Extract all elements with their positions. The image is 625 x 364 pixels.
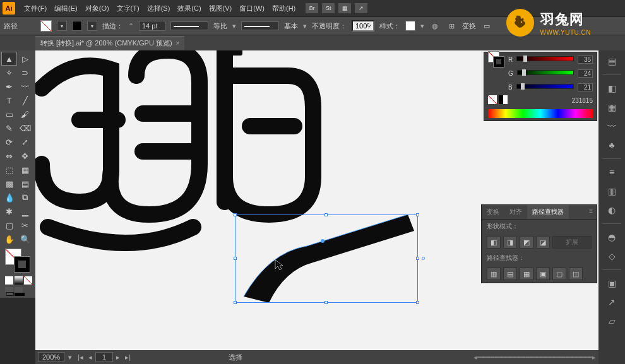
menu-edit[interactable]: 编辑(E) xyxy=(51,4,81,13)
swatches-icon[interactable]: ▦ xyxy=(604,100,619,114)
stroke-box[interactable] xyxy=(14,256,30,273)
document-tab[interactable]: 转换 [转换].ai* @ 200% (CMYK/GPU 预览) × xyxy=(35,36,184,50)
transparency-icon[interactable]: ◐ xyxy=(604,203,619,217)
outline-button[interactable]: ▢ xyxy=(552,267,566,280)
menu-window[interactable]: 窗口(W) xyxy=(235,4,268,13)
properties-icon[interactable]: ▤ xyxy=(604,54,619,68)
menu-file[interactable]: 文件(F) xyxy=(20,4,51,13)
hex-value[interactable]: 231815 xyxy=(572,97,593,104)
brushes-icon[interactable]: 〰 xyxy=(604,119,619,133)
layers-icon[interactable]: ▣ xyxy=(604,276,619,290)
isolate-icon[interactable]: ▭ xyxy=(481,20,492,32)
prev-artboard-icon[interactable]: ◂ xyxy=(86,353,94,361)
selection-bounding-box[interactable] xyxy=(235,214,418,303)
minus-front-button[interactable]: ◨ xyxy=(503,236,517,249)
minus-back-button[interactable]: ◫ xyxy=(569,267,583,280)
curvature-tool[interactable]: 〰 xyxy=(17,79,33,93)
g-value[interactable]: 24 xyxy=(578,69,593,78)
color-mode-icon[interactable] xyxy=(5,276,13,285)
graph-tool[interactable]: ▁ xyxy=(17,204,33,218)
rotate-tool[interactable]: ⟳ xyxy=(1,135,17,149)
selection-tool[interactable]: ▲ xyxy=(1,52,17,66)
recolor-icon[interactable]: ◍ xyxy=(429,20,441,32)
artboard-nav[interactable]: |◂ ◂ 1 ▸ ▸| xyxy=(76,352,133,362)
crop-button[interactable]: ▣ xyxy=(536,267,550,280)
unite-button[interactable]: ◧ xyxy=(487,236,501,249)
menu-type[interactable]: 文字(T) xyxy=(113,4,143,13)
perspective-tool[interactable]: ▦ xyxy=(17,163,33,177)
transform-label[interactable]: 变换 xyxy=(462,21,476,31)
none-swatch-icon[interactable] xyxy=(488,95,497,104)
pencil-tool[interactable]: ✎ xyxy=(1,121,17,135)
asset-export-icon[interactable]: ↗ xyxy=(604,295,619,309)
magic-wand-tool[interactable]: ✧ xyxy=(1,66,17,79)
slice-tool[interactable]: ✂ xyxy=(17,218,33,232)
stroke-weight-input[interactable] xyxy=(139,21,165,31)
fill-dropdown[interactable] xyxy=(57,21,67,31)
artboards-icon[interactable]: ▱ xyxy=(604,314,619,328)
fill-swatch[interactable] xyxy=(40,20,52,32)
opacity-input[interactable] xyxy=(352,20,374,32)
eyedropper-tool[interactable]: 💧 xyxy=(1,191,17,204)
exclude-button[interactable]: ◪ xyxy=(536,236,550,249)
screen-mode-full[interactable]: ▬ xyxy=(15,287,23,295)
arrange-icon[interactable]: ▦ xyxy=(338,3,351,13)
last-artboard-icon[interactable]: ▸| xyxy=(123,353,133,361)
zoom-level[interactable]: 200% xyxy=(38,352,64,362)
width-profile[interactable] xyxy=(170,21,208,30)
align-icon[interactable]: ⊞ xyxy=(446,20,457,32)
screen-mode-normal[interactable]: ▭ xyxy=(5,287,13,295)
r-slider[interactable] xyxy=(516,56,574,62)
free-transform-tool[interactable]: ✥ xyxy=(17,149,33,163)
brush-def[interactable] xyxy=(241,21,279,30)
close-tab-icon[interactable]: × xyxy=(176,40,180,47)
tab-transform[interactable]: 变换 xyxy=(482,205,504,219)
panel-menu-icon[interactable]: ≡ xyxy=(585,205,597,219)
tab-pathfinder[interactable]: 路径查找器 xyxy=(527,205,569,219)
paintbrush-tool[interactable]: 🖌 xyxy=(17,107,33,121)
trim-button[interactable]: ▤ xyxy=(503,267,517,280)
first-artboard-icon[interactable]: |◂ xyxy=(76,353,85,361)
color-panel-icon[interactable]: ◧ xyxy=(604,81,619,95)
none-mode-icon[interactable] xyxy=(24,276,32,285)
b-value[interactable]: 21 xyxy=(578,83,593,91)
gpu-icon[interactable]: ↗ xyxy=(355,3,367,13)
stroke-swatch[interactable] xyxy=(72,21,82,31)
b-slider[interactable] xyxy=(516,84,574,90)
direct-selection-tool[interactable]: ▷ xyxy=(17,52,33,66)
shape-builder-tool[interactable]: ⬚ xyxy=(1,163,17,177)
line-tool[interactable]: ╱ xyxy=(17,93,33,107)
eraser-tool[interactable]: ⌫ xyxy=(17,121,33,135)
bw-swatch-icon[interactable] xyxy=(499,95,508,104)
divide-button[interactable]: ▥ xyxy=(487,267,501,280)
hand-tool[interactable]: ✋ xyxy=(1,232,17,246)
type-tool[interactable]: T xyxy=(1,93,17,107)
gradient-mode-icon[interactable] xyxy=(15,276,23,285)
style-swatch[interactable] xyxy=(405,21,415,31)
stroke-dropdown[interactable] xyxy=(87,21,97,31)
pen-tool[interactable]: ✒ xyxy=(1,79,17,93)
menu-help[interactable]: 帮助(H) xyxy=(268,4,299,13)
mesh-tool[interactable]: ▩ xyxy=(1,177,17,191)
panel-stroke-swatch[interactable] xyxy=(493,56,504,68)
lasso-tool[interactable]: ⊃ xyxy=(17,66,33,79)
menu-object[interactable]: 对象(O) xyxy=(81,4,113,13)
width-tool[interactable]: ⇔ xyxy=(1,149,17,163)
gradient-tool[interactable]: ▤ xyxy=(17,177,33,191)
menu-view[interactable]: 视图(V) xyxy=(205,4,236,13)
appearance-icon[interactable]: ◓ xyxy=(604,230,619,244)
rectangle-tool[interactable]: ▭ xyxy=(1,107,17,121)
expand-button[interactable]: 扩展 xyxy=(552,236,592,249)
r-value[interactable]: 35 xyxy=(578,56,593,64)
bridge-icon[interactable]: Br xyxy=(306,3,318,13)
color-spectrum[interactable] xyxy=(488,109,593,118)
symbols-icon[interactable]: ♣ xyxy=(604,138,619,152)
zoom-tool[interactable]: 🔍 xyxy=(17,232,33,246)
artboard-tool[interactable]: ▢ xyxy=(1,218,17,232)
menu-effect[interactable]: 效果(C) xyxy=(174,4,205,13)
menu-select[interactable]: 选择(S) xyxy=(143,4,174,13)
symbol-sprayer-tool[interactable]: ✱ xyxy=(1,204,17,218)
intersect-button[interactable]: ◩ xyxy=(520,236,533,249)
blend-tool[interactable]: ⧉ xyxy=(17,191,33,204)
merge-button[interactable]: ▦ xyxy=(520,267,533,280)
